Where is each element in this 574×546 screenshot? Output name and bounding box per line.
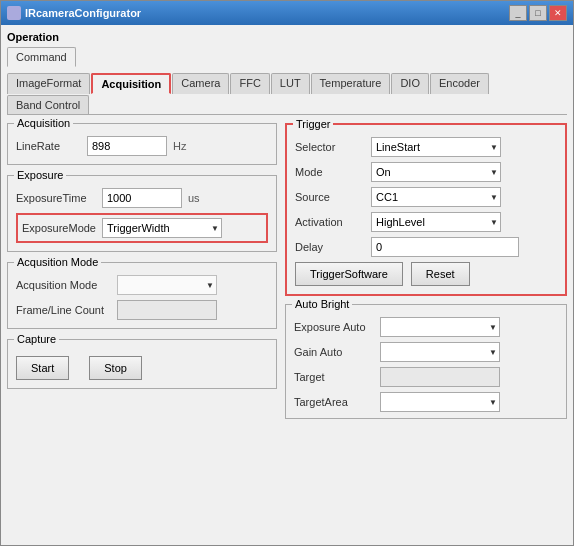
main-area: Acquisition LineRate Hz Exposure Exposur…	[7, 123, 567, 539]
acqmode-group: Acqusition Mode Acqusition Mode Frame/Li…	[7, 262, 277, 329]
exposuremode-label: ExposureMode	[22, 222, 96, 234]
acqmode-select[interactable]	[117, 275, 217, 295]
trigger-activation-row: Activation HighLevel LowLevel RisingEdge…	[295, 212, 557, 232]
exposure-group-title: Exposure	[14, 169, 66, 181]
trigger-source-select[interactable]: CC1 CC2 Software	[371, 187, 501, 207]
acquisition-group: Acquisition LineRate Hz	[7, 123, 277, 165]
gain-auto-label: Gain Auto	[294, 346, 374, 358]
exposure-auto-select[interactable]	[380, 317, 500, 337]
trigger-selector-row: Selector LineStart FrameStart	[295, 137, 557, 157]
exposure-auto-label: Exposure Auto	[294, 321, 374, 333]
trigger-activation-wrapper[interactable]: HighLevel LowLevel RisingEdge FallingEdg…	[371, 212, 501, 232]
framelinecount-label: Frame/Line Count	[16, 304, 111, 316]
window-title: IRcameraConfigurator	[25, 7, 141, 19]
tab-temperature[interactable]: Temperature	[311, 73, 391, 94]
stop-button[interactable]: Stop	[89, 356, 142, 380]
right-panel: Trigger Selector LineStart FrameStart Mo…	[285, 123, 567, 539]
target-area-label: TargetArea	[294, 396, 374, 408]
trigger-activation-select[interactable]: HighLevel LowLevel RisingEdge FallingEdg…	[371, 212, 501, 232]
trigger-group: Trigger Selector LineStart FrameStart Mo…	[285, 123, 567, 296]
tab-encoder[interactable]: Encoder	[430, 73, 489, 94]
capture-group-title: Capture	[14, 333, 59, 345]
trigger-software-button[interactable]: TriggerSoftware	[295, 262, 403, 286]
target-label: Target	[294, 371, 374, 383]
auto-bright-group: Auto Bright Exposure Auto Gain Auto	[285, 304, 567, 419]
trigger-mode-row: Mode On Off	[295, 162, 557, 182]
close-button[interactable]: ✕	[549, 5, 567, 21]
trigger-mode-label: Mode	[295, 166, 365, 178]
exposure-auto-row: Exposure Auto	[294, 317, 558, 337]
target-row: Target	[294, 367, 558, 387]
acqmode-label: Acqusition Mode	[16, 279, 111, 291]
trigger-selector-wrapper[interactable]: LineStart FrameStart	[371, 137, 501, 157]
tabs-row-1: Command	[7, 47, 567, 67]
main-window: IRcameraConfigurator _ □ ✕ Operation Com…	[0, 0, 574, 546]
framelinecount-row: Frame/Line Count	[16, 300, 268, 320]
trigger-selector-select[interactable]: LineStart FrameStart	[371, 137, 501, 157]
trigger-delay-row: Delay	[295, 237, 557, 257]
auto-bright-group-title: Auto Bright	[292, 298, 352, 310]
exposuremode-select-wrapper[interactable]: TriggerWidth Timed TriggerControlled	[102, 218, 222, 238]
title-bar: IRcameraConfigurator _ □ ✕	[1, 1, 573, 25]
reset-button[interactable]: Reset	[411, 262, 470, 286]
tab-bandcontrol[interactable]: Band Control	[7, 95, 89, 114]
trigger-source-wrapper[interactable]: CC1 CC2 Software	[371, 187, 501, 207]
exposuretime-row: ExposureTime us	[16, 188, 268, 208]
trigger-selector-label: Selector	[295, 141, 365, 153]
linerate-label: LineRate	[16, 140, 81, 152]
tab-acquisition[interactable]: Acquisition	[91, 73, 171, 94]
app-icon	[7, 6, 21, 20]
trigger-group-title: Trigger	[293, 118, 333, 130]
window-controls: _ □ ✕	[509, 5, 567, 21]
tabs-row-2: ImageFormat Acquisition Camera FFC LUT T…	[7, 73, 567, 114]
tab-ffc[interactable]: FFC	[230, 73, 269, 94]
minimize-button[interactable]: _	[509, 5, 527, 21]
target-area-row: TargetArea	[294, 392, 558, 412]
tab-dio[interactable]: DIO	[391, 73, 429, 94]
exposuremode-row: ExposureMode TriggerWidth Timed TriggerC…	[16, 213, 268, 243]
capture-buttons-row: Start Stop	[16, 352, 268, 380]
trigger-mode-wrapper[interactable]: On Off	[371, 162, 501, 182]
linerate-row: LineRate Hz	[16, 136, 268, 156]
content-area: Operation Command ImageFormat Acquisitio…	[1, 25, 573, 545]
acqmode-select-wrapper[interactable]	[117, 275, 217, 295]
exposure-group: Exposure ExposureTime us ExposureMode Tr…	[7, 175, 277, 252]
exposuretime-label: ExposureTime	[16, 192, 96, 204]
linerate-input[interactable]	[87, 136, 167, 156]
trigger-delay-label: Delay	[295, 241, 365, 253]
trigger-source-label: Source	[295, 191, 365, 203]
tab-lut[interactable]: LUT	[271, 73, 310, 94]
gain-auto-select[interactable]	[380, 342, 500, 362]
acqmode-group-title: Acqusition Mode	[14, 256, 101, 268]
trigger-buttons-row: TriggerSoftware Reset	[295, 262, 557, 286]
tab-camera[interactable]: Camera	[172, 73, 229, 94]
target-area-select[interactable]	[380, 392, 500, 412]
maximize-button[interactable]: □	[529, 5, 547, 21]
trigger-mode-select[interactable]: On Off	[371, 162, 501, 182]
framelinecount-input[interactable]	[117, 300, 217, 320]
operation-label: Operation	[7, 31, 567, 43]
tab-imageformat[interactable]: ImageFormat	[7, 73, 90, 94]
capture-group: Capture Start Stop	[7, 339, 277, 389]
trigger-delay-input[interactable]	[371, 237, 519, 257]
left-panel: Acquisition LineRate Hz Exposure Exposur…	[7, 123, 277, 539]
trigger-activation-label: Activation	[295, 216, 365, 228]
exposuretime-unit: us	[188, 192, 200, 204]
gain-auto-wrapper[interactable]	[380, 342, 500, 362]
acquisition-group-title: Acquisition	[14, 117, 73, 129]
exposuretime-input[interactable]	[102, 188, 182, 208]
target-input[interactable]	[380, 367, 500, 387]
linerate-unit: Hz	[173, 140, 186, 152]
exposuremode-select[interactable]: TriggerWidth Timed TriggerControlled	[102, 218, 222, 238]
start-button[interactable]: Start	[16, 356, 69, 380]
exposure-auto-wrapper[interactable]	[380, 317, 500, 337]
acqmode-row: Acqusition Mode	[16, 275, 268, 295]
gain-auto-row: Gain Auto	[294, 342, 558, 362]
trigger-source-row: Source CC1 CC2 Software	[295, 187, 557, 207]
tab-command[interactable]: Command	[7, 47, 76, 67]
target-area-wrapper[interactable]	[380, 392, 500, 412]
